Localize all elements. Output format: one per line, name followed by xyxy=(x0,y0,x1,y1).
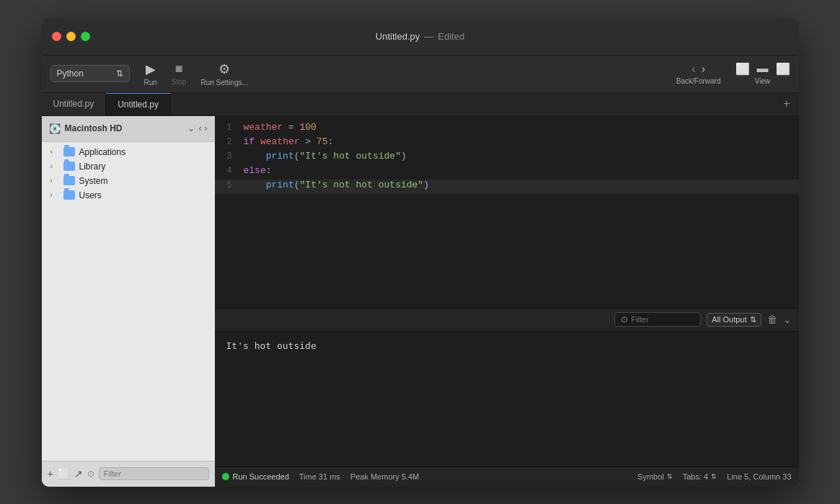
output-text: It's hot outside xyxy=(226,340,317,351)
sidebar-header-label: Macintosh HD xyxy=(65,123,183,133)
line-number-4: 4 xyxy=(215,166,241,176)
tab-0-label: Untitled.py xyxy=(53,99,94,109)
run-label: Run xyxy=(144,79,157,87)
tab-0[interactable]: Untitled.py xyxy=(42,93,107,115)
editor-area: 1 weather = 100 2 if weather > 75: 3 pri… xyxy=(215,116,799,487)
main-window: Untitled.py — Edited Python ⇅ ▶ Run ■ St… xyxy=(42,18,799,487)
tab-add-button[interactable]: + xyxy=(774,93,798,115)
back-forward-group: ‹ › Back/Forward xyxy=(676,63,721,85)
sidebar-item-users[interactable]: › Users xyxy=(42,188,215,203)
output-toolbar: ⊙ All Output ⇅ 🗑 ⌄ xyxy=(215,309,799,332)
forward-arrow-icon[interactable]: › xyxy=(702,63,705,76)
output-type-chevron-icon: ⇅ xyxy=(750,315,756,324)
system-folder-icon xyxy=(63,176,75,185)
view-group: ⬜ ▬ ⬜ View xyxy=(735,62,790,85)
tabs-bar: Untitled.py Untitled.py + xyxy=(42,93,799,116)
sidebar-add-button[interactable]: + xyxy=(48,468,53,479)
sidebar-footer: + ⬜ ↗ ⊙ xyxy=(42,461,215,487)
line-col-label: Line 5, Column 33 xyxy=(727,472,791,481)
sidebar-forward-icon[interactable]: › xyxy=(205,123,208,133)
line-content-2: if weather > 75: xyxy=(241,136,799,147)
sidebar-folder-button[interactable]: ⬜ xyxy=(58,468,70,479)
output-filter-area: ⊙ xyxy=(614,312,701,327)
symbol-item[interactable]: Symbol ⇅ xyxy=(637,472,673,481)
disk-icon: 💽 xyxy=(49,123,61,134)
tabs-label: Tabs: 4 xyxy=(683,472,708,481)
output-type-label: All Output xyxy=(712,315,746,324)
time-label: Time 31 ms xyxy=(299,472,340,481)
expand-arrow-icon: › xyxy=(50,162,59,170)
output-filter-input[interactable] xyxy=(631,315,681,324)
sidebar: 💽 Macintosh HD ⌄ ‹ › › Applications › Li… xyxy=(42,116,215,487)
view-icon-1[interactable]: ⬜ xyxy=(735,62,750,76)
tabs-item[interactable]: Tabs: 4 ⇅ xyxy=(683,472,717,481)
line-content-1: weather = 100 xyxy=(241,122,799,133)
maximize-button[interactable] xyxy=(81,32,90,41)
line-number-5: 5 xyxy=(215,180,241,190)
titlebar-title: Untitled.py — Edited xyxy=(376,31,464,42)
output-clear-button[interactable]: 🗑 xyxy=(767,314,777,325)
sidebar-item-applications-label: Applications xyxy=(79,147,126,157)
output-panel: ⊙ All Output ⇅ 🗑 ⌄ It's hot outside xyxy=(215,308,799,467)
memory-status-item: Peak Memory 5.4M xyxy=(350,472,419,481)
view-icons: ⬜ ▬ ⬜ xyxy=(735,62,790,76)
nav-arrows: ‹ › xyxy=(691,63,705,76)
sidebar-items: › Applications › Library › System › xyxy=(42,142,215,461)
stop-button[interactable]: ■ Stop xyxy=(172,61,187,86)
sidebar-item-users-label: Users xyxy=(79,190,102,200)
sidebar-item-library-label: Library xyxy=(79,162,106,172)
memory-label: Peak Memory 5.4M xyxy=(350,472,419,481)
back-arrow-icon[interactable]: ‹ xyxy=(691,63,695,76)
output-type-select[interactable]: All Output ⇅ xyxy=(707,313,761,327)
success-dot-icon xyxy=(222,473,229,480)
tab-1[interactable]: Untitled.py xyxy=(106,93,171,115)
language-chevron-icon: ⇅ xyxy=(116,68,123,79)
line-content-5: print("It's not hot outside") xyxy=(241,180,799,190)
run-status-item: Run Succeeded xyxy=(222,472,289,481)
run-settings-button[interactable]: ⚙ Run Settings... xyxy=(200,61,248,87)
language-selector[interactable]: Python ⇅ xyxy=(50,65,130,82)
sidebar-item-library[interactable]: › Library xyxy=(42,159,215,174)
sidebar-item-system-label: System xyxy=(79,176,108,186)
output-expand-button[interactable]: ⌄ xyxy=(783,314,792,325)
traffic-lights xyxy=(52,32,90,41)
run-button[interactable]: ▶ Run xyxy=(144,61,157,87)
line-number-2: 2 xyxy=(215,137,241,147)
view-label: View xyxy=(755,77,771,85)
expand-arrow-icon: › xyxy=(50,148,59,156)
code-line-2: 2 if weather > 75: xyxy=(215,136,799,151)
sidebar-export-button[interactable]: ↗ xyxy=(74,468,83,479)
sidebar-item-system[interactable]: › System xyxy=(42,174,215,188)
close-button[interactable] xyxy=(52,32,61,41)
view-icon-3[interactable]: ⬜ xyxy=(776,62,790,76)
sidebar-chevron-down-icon[interactable]: ⌄ xyxy=(187,123,195,133)
line-content-3: print("It's hot outside") xyxy=(241,151,799,162)
output-content: It's hot outside xyxy=(215,332,799,467)
status-right: Symbol ⇅ Tabs: 4 ⇅ Line 5, Column 33 xyxy=(637,472,791,481)
status-bar: Run Succeeded Time 31 ms Peak Memory 5.4… xyxy=(215,467,799,487)
view-icon-2[interactable]: ▬ xyxy=(757,62,769,76)
library-folder-icon xyxy=(63,162,75,171)
run-succeeded-label: Run Succeeded xyxy=(233,472,289,481)
code-line-1: 1 weather = 100 xyxy=(215,122,799,136)
symbol-chevrons-icon: ⇅ xyxy=(667,473,673,480)
time-status-item: Time 31 ms xyxy=(299,472,340,481)
sidebar-header: 💽 Macintosh HD ⌄ ‹ › xyxy=(42,116,215,142)
tab-1-label: Untitled.py xyxy=(118,100,159,110)
titlebar: Untitled.py — Edited xyxy=(42,18,799,56)
sidebar-back-icon[interactable]: ‹ xyxy=(199,123,202,133)
sidebar-nav-arrows: ‹ › xyxy=(199,123,208,133)
sidebar-filter-input[interactable] xyxy=(99,467,209,480)
sidebar-item-applications[interactable]: › Applications xyxy=(42,145,215,159)
applications-folder-icon xyxy=(63,147,75,156)
minimize-button[interactable] xyxy=(66,32,76,41)
expand-arrow-icon: › xyxy=(50,191,59,199)
stop-label: Stop xyxy=(172,78,187,86)
line-col-item[interactable]: Line 5, Column 33 xyxy=(727,472,791,481)
filter-icon: ⊙ xyxy=(87,469,94,479)
users-folder-icon xyxy=(63,190,75,200)
tabs-chevrons-icon: ⇅ xyxy=(711,473,717,480)
window-filename: Untitled.py xyxy=(376,31,420,42)
run-settings-label: Run Settings... xyxy=(200,79,248,87)
code-editor[interactable]: 1 weather = 100 2 if weather > 75: 3 pri… xyxy=(215,116,799,308)
